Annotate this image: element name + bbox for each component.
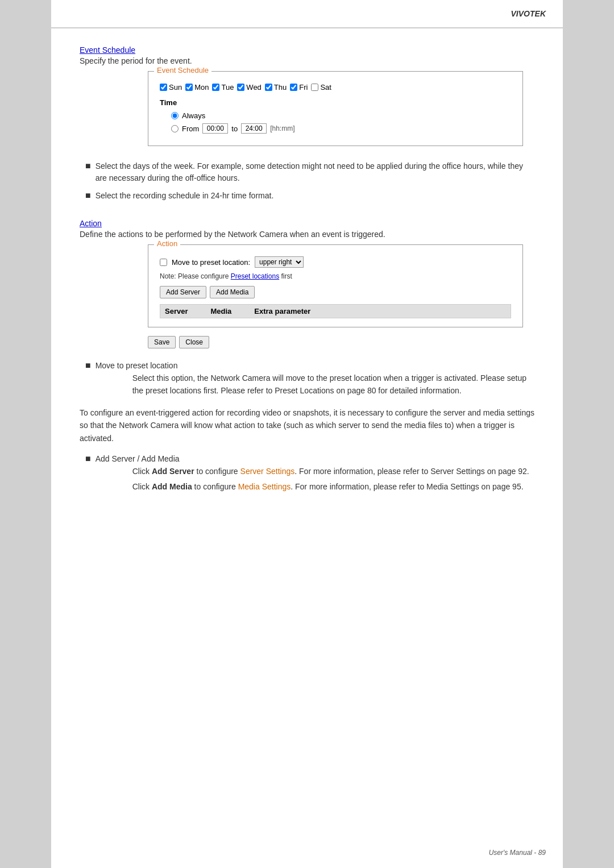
note-text-end: first xyxy=(279,272,292,280)
bullet-text-2: Select the recording schedule in 24-hr t… xyxy=(96,190,274,202)
col-extra: Extra parameter xyxy=(254,307,310,315)
page: VIVOTEK Event Schedule Specify the perio… xyxy=(51,0,563,868)
hhmm-label: [hh:mm] xyxy=(270,124,294,132)
radio-from[interactable] xyxy=(171,125,179,132)
add-server-button[interactable]: Add Server xyxy=(160,286,206,298)
close-button[interactable]: Close xyxy=(179,336,209,348)
label-thu: Thu xyxy=(274,83,287,92)
checkbox-sun[interactable] xyxy=(160,84,167,91)
radio-always-row: Always xyxy=(171,111,511,120)
event-schedule-section: Event Schedule Specify the period for th… xyxy=(80,45,534,146)
note-text: Note: Please configure xyxy=(160,272,231,280)
action-legend: Action xyxy=(154,239,180,248)
footer: User's Manual - 89 xyxy=(489,849,546,857)
preset-checkbox[interactable] xyxy=(160,259,167,266)
action-desc: Define the actions to be performed by th… xyxy=(80,230,534,239)
radio-always[interactable] xyxy=(171,112,179,119)
radio-always-label: Always xyxy=(182,111,205,120)
checkbox-sat[interactable] xyxy=(311,84,318,91)
label-wed: Wed xyxy=(246,83,262,92)
action-section: Action Define the actions to be performe… xyxy=(80,219,534,348)
header: VIVOTEK xyxy=(51,0,563,28)
checkbox-wed[interactable] xyxy=(237,84,244,91)
add-server-bold: Add Server xyxy=(152,467,194,476)
bullet-dot-1: ■ xyxy=(85,160,91,172)
days-row: Sun Mon Tue Wed xyxy=(160,83,511,92)
radio-from-label: From xyxy=(182,124,199,133)
save-close-row: Save Close xyxy=(148,336,534,348)
bullet-add-server-media: ■ Add Server / Add Media Click Add Serve… xyxy=(85,453,534,493)
day-sun: Sun xyxy=(160,83,182,92)
note-row: Note: Please configure Preset locations … xyxy=(160,272,511,280)
checkbox-fri[interactable] xyxy=(290,84,297,91)
day-wed: Wed xyxy=(237,83,262,92)
checkbox-mon[interactable] xyxy=(185,84,193,91)
server-settings-link[interactable]: Server Settings xyxy=(240,467,295,476)
server-settings-suffix: . For more information, please refer to … xyxy=(294,467,529,476)
bullet-preset-content: Move to preset location Select this opti… xyxy=(96,360,534,397)
bullet-preset: ■ Move to preset location Select this op… xyxy=(85,360,534,397)
day-thu: Thu xyxy=(265,83,287,92)
preset-select[interactable]: upper right upper left lower right lower… xyxy=(255,256,304,268)
add-media-bold: Add Media xyxy=(152,482,192,491)
time-label: Time xyxy=(160,98,511,107)
main-paragraph: To configure an event-triggered action f… xyxy=(80,406,534,445)
event-schedule-desc: Specify the period for the event. xyxy=(80,56,534,65)
bullet-section-3: ■ Add Server / Add Media Click Add Serve… xyxy=(80,453,534,493)
event-schedule-legend: Event Schedule xyxy=(154,66,211,74)
label-sun: Sun xyxy=(169,83,182,92)
label-fri: Fri xyxy=(299,83,308,92)
add-media-line: Click Add Media to configure Media Setti… xyxy=(132,480,529,493)
footer-text: User's Manual - 89 xyxy=(489,849,546,857)
media-settings-link[interactable]: Media Settings xyxy=(238,482,291,491)
label-sat: Sat xyxy=(320,83,331,92)
content-area: Event Schedule Specify the period for th… xyxy=(51,28,563,531)
add-server-line: Click Add Server to configure Server Set… xyxy=(132,465,529,477)
day-fri: Fri xyxy=(290,83,308,92)
bullet-section-1: ■ Select the days of the week. For examp… xyxy=(80,160,534,202)
action-link[interactable]: Action xyxy=(80,219,102,228)
save-button[interactable]: Save xyxy=(148,336,176,348)
to-label: to xyxy=(231,124,238,133)
bullet-dot-4: ■ xyxy=(85,453,91,465)
day-mon: Mon xyxy=(185,83,209,92)
bullet-section-2: ■ Move to preset location Select this op… xyxy=(80,360,534,397)
preset-row: Move to preset location: upper right upp… xyxy=(160,256,511,268)
bullet-text-1: Select the days of the week. For example… xyxy=(96,160,534,184)
bullet-dot-2: ■ xyxy=(85,190,91,202)
bullet-dot-3: ■ xyxy=(85,360,91,372)
action-fieldset: Action Move to preset location: upper ri… xyxy=(148,244,523,327)
day-sat: Sat xyxy=(311,83,331,92)
radio-from-row: From to [hh:mm] xyxy=(171,123,511,134)
time-to-input[interactable] xyxy=(241,123,267,134)
event-schedule-box: Event Schedule Sun Mon Tue xyxy=(148,71,523,146)
checkbox-thu[interactable] xyxy=(265,84,272,91)
event-schedule-link[interactable]: Event Schedule xyxy=(80,45,135,55)
bullet-item-1: ■ Select the days of the week. For examp… xyxy=(85,160,534,184)
label-mon: Mon xyxy=(194,83,209,92)
bullet-preset-title: Move to preset location xyxy=(96,360,534,372)
col-server: Server xyxy=(165,307,188,315)
preset-label: Move to preset location: xyxy=(172,258,250,267)
checkbox-tue[interactable] xyxy=(212,84,219,91)
time-from-input[interactable] xyxy=(202,123,228,134)
media-settings-suffix: . For more information, please refer to … xyxy=(291,482,523,491)
brand-name: VIVOTEK xyxy=(511,9,546,18)
add-media-button[interactable]: Add Media xyxy=(210,286,255,298)
bullet-preset-text: Select this option, the Network Camera w… xyxy=(132,372,534,397)
action-btn-row: Add Server Add Media xyxy=(160,286,511,298)
bullet-add-title: Add Server / Add Media xyxy=(96,453,529,465)
col-media: Media xyxy=(210,307,231,315)
bullet-item-2: ■ Select the recording schedule in 24-hr… xyxy=(85,190,534,202)
day-tue: Tue xyxy=(212,83,234,92)
table-header: Server Media Extra parameter xyxy=(160,304,511,318)
bullet-add-content: Add Server / Add Media Click Add Server … xyxy=(96,453,529,493)
label-tue: Tue xyxy=(221,83,234,92)
preset-locations-link[interactable]: Preset locations xyxy=(231,272,279,280)
